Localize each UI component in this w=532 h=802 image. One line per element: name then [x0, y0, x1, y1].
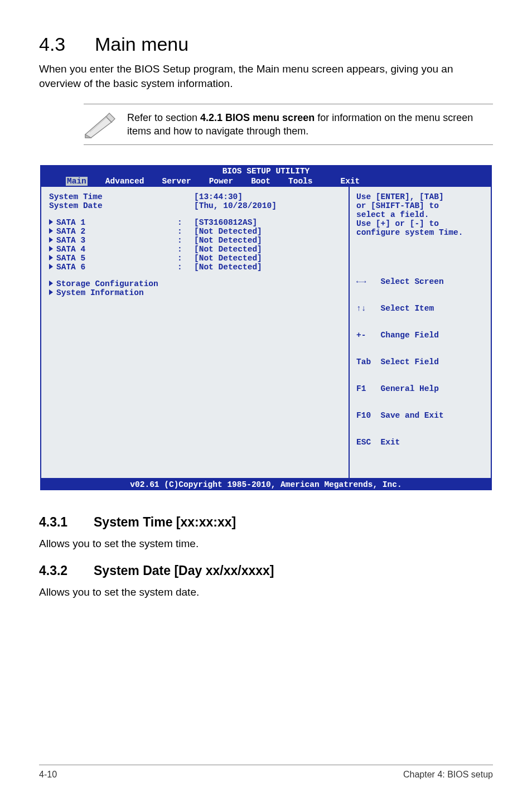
triangle-icon — [49, 281, 53, 286]
value-sata-4: [Not Detected] — [194, 245, 262, 254]
row-storage-configuration[interactable]: Storage Configuration — [49, 279, 341, 288]
section-title: Main menu — [95, 33, 188, 55]
row-sata-4[interactable]: SATA 4: [Not Detected] — [49, 245, 341, 254]
help-line: or [SHIFT-TAB] to — [356, 201, 484, 210]
triangle-icon — [49, 228, 53, 234]
subsection-number: 4.3.2 — [39, 563, 94, 578]
value-sata-2: [Not Detected] — [194, 227, 262, 236]
bios-help-text: Use [ENTER], [TAB] or [SHIFT-TAB] to sel… — [356, 192, 484, 259]
triangle-icon — [49, 246, 53, 252]
tab-main[interactable]: Main — [57, 176, 96, 187]
help-key-line: ESC Exit — [356, 438, 484, 447]
row-sata-6[interactable]: SATA 6: [Not Detected] — [49, 263, 341, 272]
help-key-line: ←→ Select Screen — [356, 277, 484, 286]
section-number: 4.3 — [39, 33, 95, 55]
triangle-icon — [49, 289, 53, 295]
bios-screenshot: BIOS SETUP UTILITY Main Advanced Server … — [40, 165, 492, 490]
section-heading: 4.3Main menu — [39, 33, 493, 55]
subsection-body-2: Allows you to set the system date. — [39, 586, 493, 598]
help-line: configure system Time. — [356, 228, 484, 237]
note-bold: 4.2.1 BIOS menu screen — [200, 112, 315, 123]
subsection-heading-2: 4.3.2System Date [Day xx/xx/xxxx] — [39, 563, 493, 578]
row-system-date[interactable]: System Date [Thu, 10/28/2010] — [49, 201, 341, 210]
label-sata-1: SATA 1 — [56, 218, 85, 227]
value-system-date: [Thu, 10/28/2010] — [194, 201, 277, 210]
row-sata-3[interactable]: SATA 3: [Not Detected] — [49, 236, 341, 245]
row-sata-2[interactable]: SATA 2: [Not Detected] — [49, 227, 341, 236]
note-text: Refer to section 4.2.1 BIOS menu screen … — [127, 111, 493, 138]
pencil-note-icon — [84, 110, 117, 139]
label-sata-4: SATA 4 — [56, 245, 85, 254]
bios-title-bar: BIOS SETUP UTILITY — [40, 165, 492, 176]
row-system-time[interactable]: System Time [13:44:30] — [49, 192, 341, 201]
label-sata-6: SATA 6 — [56, 263, 85, 272]
label-system-date: System Date — [49, 201, 177, 210]
triangle-icon — [49, 255, 53, 260]
row-sata-1[interactable]: SATA 1: [ST3160812AS] — [49, 218, 341, 227]
value-sata-1: [ST3160812AS] — [194, 218, 257, 227]
page-number: 4-10 — [39, 770, 57, 780]
value-sata-5: [Not Detected] — [194, 254, 262, 263]
label-storage-configuration: Storage Configuration — [56, 279, 158, 288]
tab-tools[interactable]: Tools — [279, 176, 322, 187]
label-sata-3: SATA 3 — [56, 236, 85, 245]
bios-help-keys: ←→ Select Screen ↑↓ Select Item +- Chang… — [356, 259, 484, 465]
triangle-icon — [49, 219, 53, 225]
bios-tab-bar: Main Advanced Server Power Boot Tools Ex… — [40, 176, 492, 187]
label-system-information: System Information — [56, 288, 144, 297]
help-line: Use [+] or [-] to — [356, 219, 484, 228]
tab-exit[interactable]: Exit — [332, 176, 369, 187]
triangle-icon — [49, 237, 53, 243]
value-sata-6: [Not Detected] — [194, 263, 262, 272]
tab-advanced[interactable]: Advanced — [96, 176, 153, 187]
row-system-information[interactable]: System Information — [49, 288, 341, 297]
chapter-label: Chapter 4: BIOS setup — [403, 770, 493, 780]
help-line: Use [ENTER], [TAB] — [356, 192, 484, 201]
bios-copyright-bar: v02.61 (C)Copyright 1985-2010, American … — [40, 479, 492, 490]
bios-main-panel: System Time [13:44:30] System Date [Thu,… — [41, 187, 349, 478]
value-system-time: [13:44:30] — [194, 192, 243, 201]
help-key-line: Tab Select Field — [356, 357, 484, 366]
subsection-number: 4.3.1 — [39, 515, 94, 530]
row-sata-5[interactable]: SATA 5: [Not Detected] — [49, 254, 341, 263]
label-sata-5: SATA 5 — [56, 254, 85, 263]
subsection-title: System Date [Day xx/xx/xxxx] — [94, 563, 274, 578]
help-key-line: +- Change Field — [356, 331, 484, 340]
help-key-line: F1 General Help — [356, 384, 484, 393]
subsection-heading-1: 4.3.1System Time [xx:xx:xx] — [39, 515, 493, 530]
help-key-line: F10 Save and Exit — [356, 411, 484, 420]
note-pre: Refer to section — [127, 112, 200, 123]
subsection-title: System Time [xx:xx:xx] — [94, 515, 236, 529]
help-key-line: ↑↓ Select Item — [356, 304, 484, 313]
triangle-icon — [49, 264, 53, 269]
tab-power[interactable]: Power — [200, 176, 243, 187]
label-system-time: System Time — [49, 192, 177, 201]
tab-boot[interactable]: Boot — [242, 176, 279, 187]
subsection-body-1: Allows you to set the system time. — [39, 538, 493, 550]
bios-help-panel: Use [ENTER], [TAB] or [SHIFT-TAB] to sel… — [349, 187, 491, 478]
note-box: Refer to section 4.2.1 BIOS menu screen … — [84, 104, 493, 145]
label-sata-2: SATA 2 — [56, 227, 85, 236]
value-sata-3: [Not Detected] — [194, 236, 262, 245]
page-footer: 4-10 Chapter 4: BIOS setup — [0, 765, 532, 780]
intro-paragraph: When you enter the BIOS Setup program, t… — [39, 62, 493, 90]
help-line: select a field. — [356, 210, 484, 219]
tab-server[interactable]: Server — [153, 176, 200, 187]
